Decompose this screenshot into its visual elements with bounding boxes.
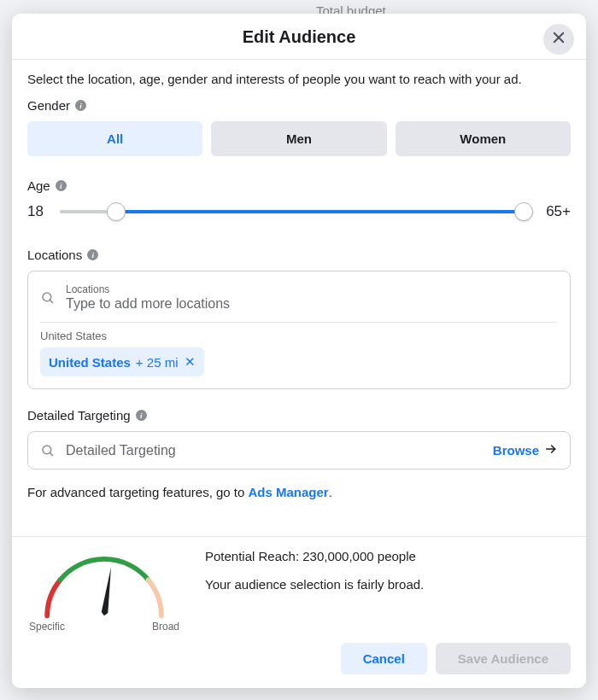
detailed-targeting-label: Detailed Targeting i <box>27 408 571 423</box>
detailed-targeting-input[interactable] <box>66 443 483 458</box>
modal-title: Edit Audience <box>12 27 586 47</box>
gender-segmented-control: All Men Women <box>27 121 571 156</box>
locations-label: Locations i <box>27 248 571 262</box>
save-audience-button[interactable]: Save Audience <box>436 643 571 674</box>
info-icon[interactable]: i <box>136 410 147 421</box>
close-icon <box>551 30 566 49</box>
arrow-right-icon <box>544 442 558 458</box>
modal-footer: Cancel Save Audience <box>12 638 586 688</box>
gender-label: Gender i <box>27 98 571 113</box>
gender-label-text: Gender <box>27 98 70 113</box>
potential-reach: Potential Reach: 230,000,000 people <box>205 549 424 563</box>
gender-option-all[interactable]: All <box>27 121 202 156</box>
gauge-left-label: Specific <box>29 621 65 633</box>
ads-manager-link[interactable]: Ads Manager <box>249 485 329 499</box>
location-chip[interactable]: United States + 25 mi ✕ <box>40 347 204 376</box>
svg-line-5 <box>50 452 53 456</box>
svg-point-2 <box>43 293 51 301</box>
browse-link[interactable]: Browse <box>493 442 558 458</box>
intro-text: Select the location, age, gender and int… <box>27 72 571 86</box>
locations-country-label: United States <box>40 330 558 342</box>
age-min-handle[interactable] <box>107 202 126 221</box>
detailed-label-text: Detailed Targeting <box>27 408 131 423</box>
adv-note-suffix: . <box>329 485 332 499</box>
reach-panel: Specific Broad Potential Reach: 230,000,… <box>12 536 586 638</box>
locations-label-text: Locations <box>27 248 82 262</box>
age-range-slider[interactable] <box>60 201 533 222</box>
edit-audience-modal: Edit Audience Select the location, age, … <box>12 14 586 688</box>
detailed-targeting-card: Browse <box>27 431 571 470</box>
locations-input-row: Locations <box>40 280 558 318</box>
gauge-wrap: Specific Broad <box>27 549 181 633</box>
info-icon[interactable]: i <box>87 249 98 260</box>
reach-text: Potential Reach: 230,000,000 people Your… <box>205 549 424 605</box>
slider-fill <box>116 210 523 213</box>
close-button[interactable] <box>543 24 574 55</box>
modal-header: Edit Audience <box>12 14 586 60</box>
search-icon <box>40 290 56 306</box>
info-icon[interactable]: i <box>56 180 67 191</box>
gauge-right-label: Broad <box>152 621 179 633</box>
browse-text: Browse <box>493 443 539 458</box>
locations-card: Locations United States United States + … <box>27 271 571 389</box>
locations-floating-label: Locations <box>66 283 558 295</box>
advanced-targeting-note: For advanced targeting features, go to A… <box>27 485 571 499</box>
svg-marker-7 <box>101 567 114 616</box>
divider <box>40 322 558 323</box>
audience-gauge <box>27 549 181 622</box>
search-icon <box>40 443 56 458</box>
age-label: Age i <box>27 178 571 193</box>
age-min-value: 18 <box>27 203 51 220</box>
age-max-handle[interactable] <box>514 202 533 221</box>
cancel-button[interactable]: Cancel <box>341 643 427 674</box>
locations-input[interactable] <box>66 296 558 312</box>
svg-line-3 <box>50 300 53 303</box>
age-label-text: Age <box>27 178 50 193</box>
info-icon[interactable]: i <box>75 100 86 111</box>
age-max-value: 65+ <box>542 203 571 220</box>
gender-option-men[interactable]: Men <box>211 121 386 156</box>
chip-name: United States <box>49 355 131 370</box>
svg-point-4 <box>43 446 51 454</box>
adv-note-prefix: For advanced targeting features, go to <box>27 485 249 499</box>
gender-option-women[interactable]: Women <box>396 121 571 156</box>
chip-radius: + 25 mi <box>136 355 179 370</box>
audience-breadth-note: Your audience selection is fairly broad. <box>205 577 424 592</box>
age-slider-row: 18 65+ <box>27 201 571 222</box>
chip-remove-icon[interactable]: ✕ <box>185 354 196 370</box>
modal-body: Select the location, age, gender and int… <box>12 60 586 536</box>
